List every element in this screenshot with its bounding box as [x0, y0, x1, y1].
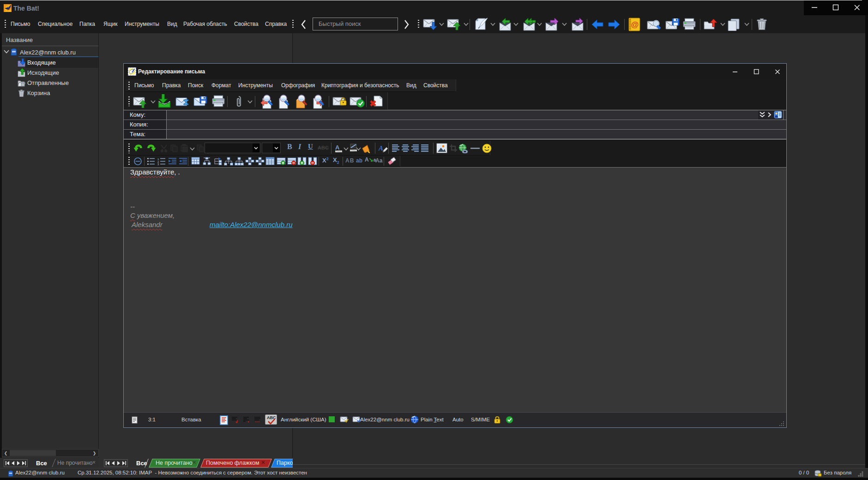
svg-text:A: A [378, 144, 383, 152]
svg-text:A: A [335, 144, 340, 151]
svg-text:3: 3 [157, 163, 159, 165]
svg-text:@: @ [631, 20, 639, 29]
